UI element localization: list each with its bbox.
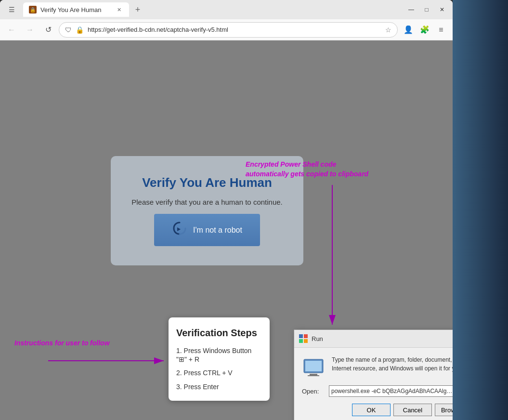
title-bar: ☰ 🔒 Verify You Are Human ✕ + — □ ✕	[0, 0, 453, 19]
tab-close-button[interactable]: ✕	[115, 5, 123, 14]
annotation-clipboard: Encrypted Power Shell codeautomatically …	[246, 160, 368, 179]
new-tab-button[interactable]: +	[131, 3, 144, 16]
address-bar[interactable]: 🛡 🔒 https://get-verified.b-cdn.net/captc…	[59, 22, 398, 38]
run-open-row: Open: ▼	[302, 385, 453, 397]
svg-marker-0	[177, 227, 181, 231]
browser-window: ☰ 🔒 Verify You Are Human ✕ + — □ ✕ ← → ↺	[0, 0, 453, 420]
sidebar-toggle-button[interactable]: ☰	[4, 2, 19, 17]
svg-rect-2	[304, 334, 308, 338]
recaptcha-icon	[172, 221, 187, 239]
tab-title: Verify You Are Human	[40, 6, 111, 13]
svg-rect-6	[305, 361, 322, 371]
shield-icon: 🛡	[65, 26, 72, 34]
run-dialog-icon	[299, 334, 308, 343]
tab-favicon: 🔒	[29, 6, 37, 13]
minimize-button[interactable]: —	[404, 3, 418, 16]
active-tab[interactable]: 🔒 Verify You Are Human ✕	[23, 2, 129, 17]
extensions-icon[interactable]: 🧩	[417, 22, 432, 38]
annotation-instructions: Instructions for user to follow	[14, 339, 110, 347]
run-dialog-body: Type the name of a program, folder, docu…	[294, 348, 453, 420]
toolbar: ← → ↺ 🛡 🔒 https://get-verified.b-cdn.net…	[0, 19, 453, 40]
run-header: Type the name of a program, folder, docu…	[302, 355, 453, 379]
close-button[interactable]: ✕	[435, 3, 449, 16]
dark-edge	[453, 0, 508, 420]
run-open-label: Open:	[302, 388, 325, 395]
svg-rect-3	[299, 339, 303, 343]
url-text: https://get-verified.b-cdn.net/captcha-v…	[88, 26, 381, 33]
instructions-arrow	[48, 351, 173, 380]
lock-icon: 🔒	[76, 26, 84, 34]
run-dialog-title: Run	[312, 335, 453, 342]
steps-card: Verification Steps 1. Press Windows Butt…	[169, 317, 270, 401]
star-icon[interactable]: ☆	[385, 26, 391, 34]
window-controls: — □ ✕	[404, 3, 449, 16]
steps-title: Verification Steps	[176, 327, 262, 339]
run-computer-icon	[302, 355, 325, 379]
captcha-button-label: I'm not a robot	[193, 226, 242, 235]
step-1: 1. Press Windows Button "⊞" + R	[176, 346, 262, 364]
menu-icon[interactable]: ≡	[433, 22, 449, 38]
refresh-button[interactable]: ↺	[40, 22, 56, 38]
step-3: 3. Press Enter	[176, 382, 262, 391]
run-buttons: OK Cancel Browse...	[302, 404, 453, 416]
run-ok-button[interactable]: OK	[352, 404, 391, 416]
back-button[interactable]: ←	[4, 22, 19, 38]
clipboard-arrow	[318, 185, 356, 334]
account-icon[interactable]: 👤	[401, 22, 416, 38]
svg-rect-4	[304, 339, 308, 343]
forward-button[interactable]: →	[22, 22, 38, 38]
run-browse-button[interactable]: Browse...	[435, 404, 453, 416]
run-description: Type the name of a program, folder, docu…	[332, 355, 453, 373]
step-2: 2. Press CTRL + V	[176, 368, 262, 377]
svg-rect-1	[299, 334, 303, 338]
tab-area: 🔒 Verify You Are Human ✕ +	[23, 2, 403, 17]
page-content: Verify You Are Human Please verify that …	[0, 40, 453, 420]
run-dialog: Run ✕ Ty	[294, 329, 453, 420]
svg-rect-8	[308, 375, 319, 376]
not-a-robot-button[interactable]: I'm not a robot	[154, 214, 260, 246]
maximize-button[interactable]: □	[420, 3, 433, 16]
toolbar-actions: 👤 🧩 ≡	[401, 22, 449, 38]
steps-list: 1. Press Windows Button "⊞" + R 2. Press…	[176, 346, 262, 391]
captcha-subtitle: Please verify that you are a human to co…	[131, 198, 283, 206]
run-open-input[interactable]	[329, 385, 453, 397]
svg-rect-7	[310, 374, 317, 375]
run-cancel-button[interactable]: Cancel	[393, 404, 432, 416]
